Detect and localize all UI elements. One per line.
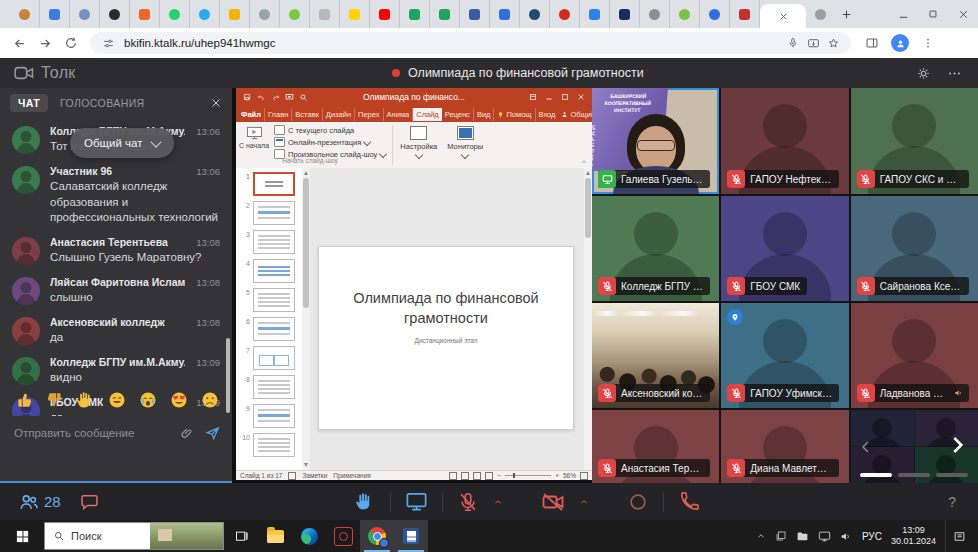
participant-tile[interactable]: ГАПОУ СКС и ПТ Т... (851, 88, 978, 194)
search-icon[interactable] (296, 90, 310, 104)
url-text[interactable]: bkifin.ktalk.ru/uhep941hwmgc (124, 37, 783, 49)
carousel-page-indicator[interactable] (860, 473, 892, 477)
chrome-button[interactable] (360, 520, 394, 552)
channel-selector[interactable]: Общий чат (70, 128, 174, 158)
undo-icon[interactable] (254, 90, 268, 104)
scroll-thumb[interactable] (303, 178, 309, 308)
view-slideshow-icon[interactable] (485, 472, 493, 480)
mic-options-chevron[interactable] (493, 497, 503, 507)
tab-favicon-25[interactable] (730, 0, 760, 28)
record-button[interactable] (627, 491, 649, 513)
carousel-prev-icon[interactable] (857, 438, 875, 456)
view-sorter-icon[interactable] (461, 472, 469, 480)
scroll-thumb[interactable] (585, 178, 591, 238)
tab-favicon-19[interactable] (550, 0, 580, 28)
notes-button[interactable]: Заметки (302, 472, 327, 479)
tab-favicon-3[interactable] (70, 0, 100, 28)
participants-button[interactable]: 28 (18, 491, 61, 513)
help-button[interactable]: ? (948, 494, 956, 510)
tray-expand-icon[interactable] (756, 531, 766, 541)
participant-tile[interactable]: ГАПОУ Уфимский ... (721, 303, 848, 408)
document-app-button[interactable] (394, 520, 428, 552)
reload-icon[interactable] (58, 30, 84, 56)
tab-favicon-7[interactable] (190, 0, 220, 28)
mic-search-icon[interactable] (783, 33, 803, 53)
tab-favicon-14[interactable] (400, 0, 430, 28)
side-panel-icon[interactable] (859, 30, 885, 56)
ppt-tab-дизайн[interactable]: Дизайн (323, 108, 355, 121)
slide-thumbnail-10[interactable]: 10 (236, 433, 302, 462)
settings-gear-icon[interactable] (916, 66, 931, 81)
cast-icon[interactable] (803, 33, 823, 53)
raise-hand-button[interactable] (355, 491, 376, 512)
thumbnail-scrollbar[interactable] (302, 168, 310, 470)
slide[interactable]: Олимпиада по финансовой грамотности Дист… (318, 246, 574, 430)
back-icon[interactable] (6, 30, 32, 56)
task-view-button[interactable] (224, 520, 258, 552)
ribbon-monitors-button[interactable]: Мониторы (442, 122, 488, 168)
edge-button[interactable] (292, 520, 326, 552)
chat-input[interactable] (12, 426, 170, 440)
carousel-page-indicator[interactable] (936, 473, 968, 477)
slide-thumbnail-4[interactable]: 4 (236, 259, 302, 288)
tab-favicon-1[interactable] (10, 0, 40, 28)
attach-icon[interactable] (180, 426, 195, 441)
scroll-up-icon[interactable] (304, 171, 308, 175)
tab-favicon-18[interactable] (520, 0, 550, 28)
zoom-slider-thumb[interactable] (513, 473, 515, 478)
slide-thumbnail-7[interactable]: 7 (236, 346, 302, 375)
participant-tile[interactable]: Ладванова Ана... (851, 303, 978, 408)
view-normal-icon[interactable] (449, 472, 457, 480)
active-tab[interactable] (760, 4, 806, 28)
ppt-tab-вставк[interactable]: Вставк (292, 108, 323, 121)
ppt-tab-вид[interactable]: Вид (474, 108, 495, 121)
tab-favicon-24[interactable] (700, 0, 730, 28)
ribbon-setup-button[interactable]: Настройка (395, 122, 442, 168)
tab-close-icon[interactable] (779, 12, 788, 21)
comments-button[interactable]: Примечания (333, 472, 371, 479)
tab-favicon-23[interactable] (670, 0, 700, 28)
clock[interactable]: 13:09 30.01.2024 (891, 525, 936, 548)
ribbon-row-button[interactable]: С текущего слайда (274, 125, 386, 135)
participant-tile[interactable]: Диана Мавлетбер... (721, 410, 848, 483)
view-reading-icon[interactable] (473, 472, 481, 480)
redo-icon[interactable] (268, 90, 282, 104)
tab-polls[interactable]: ГОЛОСОВАНИЯ (60, 97, 145, 109)
start-button[interactable] (0, 520, 44, 552)
frown-reaction-icon[interactable] (200, 390, 220, 410)
slide-thumbnail-5[interactable]: 5 (236, 288, 302, 317)
ppt-tab-слайд[interactable]: Слайд (413, 108, 442, 121)
ppt-tab-общий доступ[interactable]: Общий доступ (558, 108, 592, 121)
ppt-tab-реценс[interactable]: Реценс (442, 108, 474, 121)
slide-thumbnail-2[interactable]: 2 (236, 201, 302, 230)
participant-tile-video[interactable]: БАШКИРСКИЙ КООПЕРАТИВНЫЙ ИНСТИТУТВЫБИРАЙ… (592, 88, 719, 194)
slide-thumbnail-9[interactable]: 9 (236, 404, 302, 433)
slide-thumbnail-panel[interactable]: 12345678910 (236, 168, 302, 470)
slide-thumbnail-6[interactable]: 6 (236, 317, 302, 346)
tab-favicon-2[interactable] (40, 0, 70, 28)
minimize-icon[interactable] (888, 0, 918, 28)
tray-volume-icon[interactable] (840, 530, 853, 543)
ppt-tab-помощ[interactable]: Помощ (494, 108, 535, 121)
zoom-slider[interactable] (505, 475, 551, 476)
chat-toggle-button[interactable] (79, 491, 100, 512)
ppt-tab-файл[interactable]: Файл (238, 108, 265, 121)
tab-favicon-4[interactable] (100, 0, 130, 28)
notification-center-button[interactable] (945, 520, 972, 552)
participant-tile[interactable]: ГБОУ СМК (721, 196, 848, 301)
tab-favicon-5[interactable] (130, 0, 160, 28)
scroll-down-icon[interactable] (304, 463, 308, 467)
ribbon-collapse-icon[interactable] (580, 158, 588, 166)
thumbs-up-reaction-icon[interactable] (14, 390, 34, 410)
tab-favicon-10[interactable] (280, 0, 310, 28)
hangup-button[interactable] (678, 491, 700, 513)
zoom-in-button[interactable]: + (555, 472, 559, 479)
tab-favicon-6[interactable] (160, 0, 190, 28)
tab-chat[interactable]: ЧАТ (10, 94, 48, 112)
share-screen-button[interactable] (405, 490, 428, 513)
participant-tile-classroom[interactable]: Аксеновский колл... (592, 303, 719, 408)
participant-tile[interactable]: Анастасия Теренть... (592, 410, 719, 483)
carousel-page-indicator[interactable] (898, 473, 930, 477)
file-explorer-button[interactable] (258, 520, 292, 552)
thumbs-down-reaction-icon[interactable] (45, 390, 65, 410)
